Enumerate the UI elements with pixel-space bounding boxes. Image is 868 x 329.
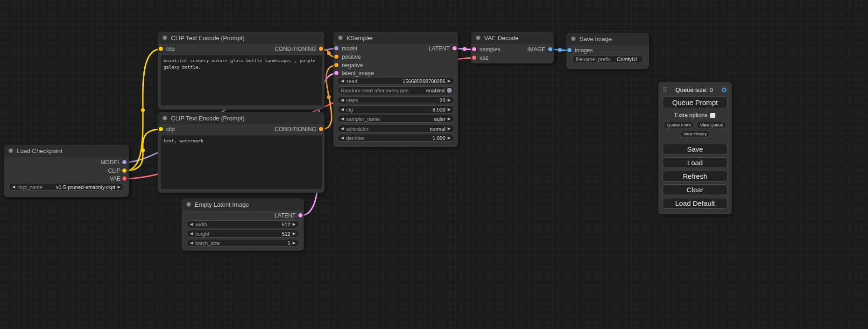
collapse-dot-icon[interactable]	[338, 35, 343, 40]
queue-front-button[interactable]: Queue Front	[663, 122, 695, 128]
output-slot-latent[interactable]	[452, 46, 457, 50]
collapse-dot-icon[interactable]	[162, 35, 167, 40]
toggle-knob-icon[interactable]	[447, 88, 452, 93]
increment-arrow-icon[interactable]: ▶	[448, 79, 451, 83]
save-button[interactable]: Save	[663, 144, 727, 154]
view-queue-button[interactable]: View Queue	[696, 122, 727, 128]
input-slot-clip[interactable]	[159, 127, 163, 131]
decrement-arrow-icon[interactable]: ◀	[341, 108, 344, 112]
widget-value: 20	[440, 98, 445, 103]
increment-arrow-icon[interactable]: ▶	[448, 108, 451, 112]
output-slot-image[interactable]	[548, 47, 552, 51]
widget-value: 1.000	[432, 135, 445, 141]
collapse-dot-icon[interactable]	[186, 202, 191, 207]
batch-size-widget[interactable]: ◀ batch_size 1 ▶	[186, 239, 299, 247]
output-slot-clip[interactable]	[122, 168, 127, 173]
decrement-arrow-icon[interactable]: ◀	[341, 117, 344, 121]
widget-value: v1-5-pruned-emaonly.ckpt	[56, 184, 115, 190]
output-label-latent: LATENT	[275, 212, 296, 219]
collapse-dot-icon[interactable]	[162, 116, 167, 120]
decrement-arrow-icon[interactable]: ◀	[341, 98, 344, 102]
widget-value: normal	[430, 126, 445, 132]
cfg-widget[interactable]: ◀ cfg 8.000 ▶	[337, 105, 454, 113]
increment-arrow-icon[interactable]: ▶	[448, 136, 451, 140]
ckpt-name-widget[interactable]: ◀ ckpt_name v1-5-pruned-emaonly.ckpt ▶	[8, 183, 124, 191]
output-slot-vae[interactable]	[122, 176, 127, 181]
extra-options-checkbox[interactable]	[710, 113, 715, 118]
input-slot-images[interactable]	[567, 48, 572, 52]
height-widget[interactable]: ◀ height 512 ▶	[186, 230, 299, 238]
clear-button[interactable]: Clear	[663, 184, 727, 195]
random-seed-toggle-widget[interactable]: Random seed after every gen enabled	[337, 86, 454, 94]
input-slot-clip[interactable]	[159, 47, 163, 51]
node-titlebar[interactable]: VAE Decode	[471, 32, 554, 44]
prompt-textarea[interactable]: text, watermark	[161, 135, 322, 189]
seed-widget[interactable]: ◀ seed 156680208700286 ▶	[337, 77, 454, 85]
output-slot-conditioning[interactable]	[319, 47, 323, 51]
node-titlebar[interactable]: Save Image	[566, 33, 649, 45]
widget-label: sampler_name	[346, 116, 380, 122]
node-vae-decode[interactable]: VAE Decode samples vae IMAGE	[471, 32, 554, 63]
widget-value: euler	[434, 116, 445, 122]
input-label-images: images	[575, 47, 593, 54]
increment-arrow-icon[interactable]: ▶	[448, 98, 451, 102]
collapse-dot-icon[interactable]	[8, 148, 13, 153]
node-clip-text-encode-negative[interactable]: CLIP Text Encode (Prompt) clip CONDITION…	[158, 112, 325, 193]
queue-prompt-button[interactable]: Queue Prompt	[663, 97, 727, 108]
view-history-button[interactable]: View History	[680, 131, 711, 137]
node-titlebar[interactable]: Load Checkpoint	[4, 145, 129, 157]
collapse-dot-icon[interactable]	[476, 35, 480, 40]
decrement-arrow-icon[interactable]: ◀	[12, 185, 15, 189]
input-slot-latent-image[interactable]	[334, 71, 339, 75]
node-save-image[interactable]: Save Image images filename_prefix ComfyU…	[566, 33, 649, 69]
input-slot-vae[interactable]	[472, 56, 476, 60]
decrement-arrow-icon[interactable]: ◀	[341, 127, 344, 131]
widget-label: width	[195, 222, 207, 227]
sampler-name-widget[interactable]: ◀ sampler_name euler ▶	[337, 115, 454, 123]
output-slot-conditioning[interactable]	[319, 127, 323, 131]
node-title: KSampler	[346, 35, 373, 42]
output-slot-latent[interactable]	[298, 213, 303, 217]
node-titlebar[interactable]: CLIP Text Encode (Prompt)	[158, 112, 325, 124]
collapse-dot-icon[interactable]	[571, 36, 576, 41]
increment-arrow-icon[interactable]: ▶	[293, 223, 296, 226]
node-load-checkpoint[interactable]: Load Checkpoint MODEL CLIP VAE ◀ ckpt_na…	[4, 145, 129, 197]
node-clip-text-encode-positive[interactable]: CLIP Text Encode (Prompt) clip CONDITION…	[158, 32, 325, 110]
decrement-arrow-icon[interactable]: ◀	[190, 232, 193, 236]
node-titlebar[interactable]: CLIP Text Encode (Prompt)	[158, 32, 325, 44]
input-slot-samples[interactable]	[472, 47, 476, 51]
output-slot-model[interactable]	[122, 160, 127, 164]
input-slot-model[interactable]	[334, 46, 339, 50]
node-titlebar[interactable]: KSampler	[333, 32, 458, 44]
prompt-textarea[interactable]: beautiful scenery nature glass bottle la…	[161, 55, 322, 105]
widget-label: ckpt_name	[17, 184, 42, 190]
denoise-widget[interactable]: ◀ denoise 1.000 ▶	[337, 134, 454, 142]
decrement-arrow-icon[interactable]: ◀	[341, 79, 344, 83]
settings-gear-icon[interactable]: ⚙	[721, 86, 727, 93]
increment-arrow-icon[interactable]: ▶	[118, 185, 120, 189]
node-ksampler[interactable]: KSampler model positive negative latent_…	[333, 32, 458, 147]
scheduler-widget[interactable]: ◀ scheduler normal ▶	[337, 125, 454, 133]
node-titlebar[interactable]: Empty Latent Image	[182, 198, 304, 210]
steps-widget[interactable]: ◀ steps 20 ▶	[337, 96, 454, 104]
load-button[interactable]: Load	[663, 157, 727, 168]
link-midpoint-dot	[327, 51, 331, 55]
increment-arrow-icon[interactable]: ▶	[448, 117, 451, 121]
node-graph-canvas[interactable]: Load Checkpoint MODEL CLIP VAE ◀ ckpt_na…	[0, 0, 868, 329]
decrement-arrow-icon[interactable]: ◀	[341, 136, 344, 140]
widget-label: Random seed after every gen	[341, 88, 409, 93]
node-empty-latent-image[interactable]: Empty Latent Image LATENT ◀ width 512 ▶ …	[182, 198, 304, 251]
load-default-button[interactable]: Load Default	[663, 198, 727, 209]
increment-arrow-icon[interactable]: ▶	[293, 232, 296, 236]
filename-prefix-widget[interactable]: filename_prefix ComfyUI	[572, 55, 643, 63]
increment-arrow-icon[interactable]: ▶	[293, 241, 296, 245]
width-widget[interactable]: ◀ width 512 ▶	[186, 220, 299, 228]
input-slot-positive[interactable]	[334, 55, 339, 59]
refresh-button[interactable]: Refresh	[663, 171, 727, 182]
widget-value: ComfyUI	[617, 56, 637, 62]
decrement-arrow-icon[interactable]: ◀	[190, 241, 193, 245]
input-slot-negative[interactable]	[334, 63, 339, 67]
drag-handle-icon[interactable]: ⠿	[663, 86, 667, 93]
decrement-arrow-icon[interactable]: ◀	[190, 223, 193, 226]
increment-arrow-icon[interactable]: ▶	[448, 127, 451, 131]
